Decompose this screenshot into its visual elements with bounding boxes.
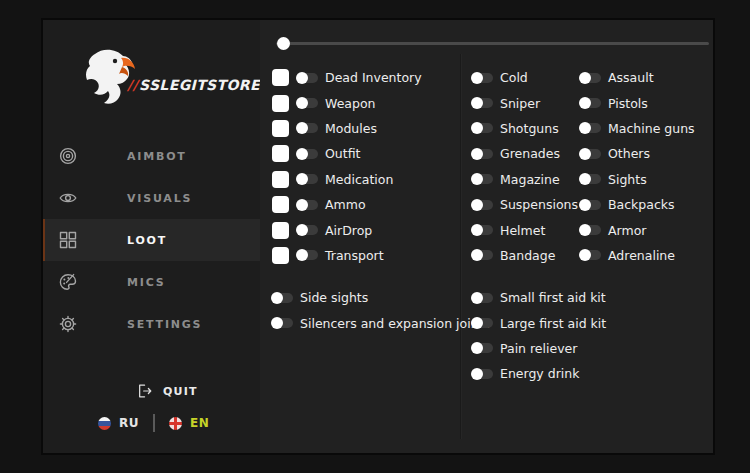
loot-filter-row: Sights: [580, 167, 695, 192]
toggle-switch[interactable]: [472, 225, 493, 235]
crosshair-target-icon: [59, 147, 77, 165]
loot-filter-row: Adrenaline: [580, 243, 695, 268]
toggle-knob: [296, 173, 308, 185]
loot-filter-list-right: Assault Pistols Machine guns Oth: [580, 65, 695, 268]
language-switcher: RU EN: [98, 414, 209, 432]
language-en-label: EN: [190, 416, 209, 430]
toggle-knob: [296, 148, 308, 160]
toggle-switch[interactable]: [472, 149, 493, 159]
toggle-switch[interactable]: [272, 318, 293, 328]
loot-category-row: Outfit: [272, 141, 422, 166]
loot-filter-row: Bandage: [472, 243, 578, 268]
row-label: Pistols: [608, 96, 648, 111]
loot-filter-row: Sniper: [472, 90, 578, 115]
checkbox[interactable]: [272, 145, 289, 162]
checkbox[interactable]: [272, 222, 289, 239]
palette-icon: [59, 273, 77, 291]
row-label: Backpacks: [608, 197, 675, 212]
toggle-switch[interactable]: [580, 149, 601, 159]
sidebar-item-visuals[interactable]: VISUALS: [43, 177, 260, 219]
row-label: Modules: [325, 121, 377, 136]
toggle-switch[interactable]: [580, 225, 601, 235]
toggle-knob: [271, 317, 283, 329]
loot-category-row: Medication: [272, 167, 422, 192]
sidebar-item-loot[interactable]: LOOT: [43, 219, 260, 261]
toggle-switch[interactable]: [580, 250, 601, 260]
toggle-switch[interactable]: [472, 318, 493, 328]
toggle-knob: [579, 72, 591, 84]
slider[interactable]: [276, 37, 709, 50]
loot-filter-list-mid: Cold Sniper Shotguns Grenades: [472, 65, 578, 268]
loot-filter-row: Silencers and expansion joints: [272, 310, 490, 335]
toggle-switch[interactable]: [472, 174, 493, 184]
sidebar-item-settings[interactable]: SETTINGS: [43, 303, 260, 345]
toggle-switch[interactable]: [297, 250, 318, 260]
sidebar-menu: AIMBOT VISUALS LOOT: [43, 135, 260, 345]
row-label: Small first aid kit: [500, 290, 606, 305]
checkbox[interactable]: [272, 69, 289, 86]
loot-filter-row: Grenades: [472, 141, 578, 166]
toggle-knob: [296, 97, 308, 109]
row-label: Suspensions: [500, 197, 578, 212]
toggle-switch[interactable]: [472, 73, 493, 83]
loot-filter-row: Assault: [580, 65, 695, 90]
checkbox[interactable]: [272, 95, 289, 112]
toggle-switch[interactable]: [472, 343, 493, 353]
toggle-knob: [579, 249, 591, 261]
toggle-switch[interactable]: [297, 149, 318, 159]
loot-filter-row: Pistols: [580, 90, 695, 115]
row-label: Pain reliever: [500, 341, 577, 356]
toggle-switch[interactable]: [472, 123, 493, 133]
toggle-switch[interactable]: [472, 369, 493, 379]
row-label: Outfit: [325, 146, 360, 161]
toggle-knob: [471, 249, 483, 261]
loot-filter-row: Side sights: [272, 285, 490, 310]
toggle-switch[interactable]: [297, 174, 318, 184]
eye-icon: [59, 189, 77, 207]
toggle-knob: [471, 97, 483, 109]
checkbox[interactable]: [272, 247, 289, 264]
toggle-knob: [296, 224, 308, 236]
toggle-switch[interactable]: [580, 123, 601, 133]
row-label: Sniper: [500, 96, 540, 111]
row-label: Side sights: [300, 290, 368, 305]
sidebar-item-label: AIMBOT: [127, 150, 187, 163]
toggle-switch[interactable]: [472, 293, 493, 303]
loot-filter-row: Shotguns: [472, 116, 578, 141]
row-label: Helmet: [500, 223, 545, 238]
row-label: Weapon: [325, 96, 375, 111]
brand-name: SSLEGITSTORE: [139, 77, 260, 93]
toggle-switch[interactable]: [580, 98, 601, 108]
toggle-switch[interactable]: [297, 225, 318, 235]
slider-track[interactable]: [276, 42, 709, 45]
checkbox[interactable]: [272, 120, 289, 137]
language-en-button[interactable]: EN: [169, 416, 209, 430]
toggle-switch[interactable]: [472, 250, 493, 260]
loot-category-row: Dead Inventory: [272, 65, 422, 90]
row-label: Others: [608, 146, 650, 161]
checkbox[interactable]: [272, 171, 289, 188]
checkbox[interactable]: [272, 196, 289, 213]
toggle-knob: [471, 342, 483, 354]
toggle-switch[interactable]: [297, 73, 318, 83]
toggle-switch[interactable]: [580, 73, 601, 83]
row-label: Adrenaline: [608, 248, 675, 263]
toggle-knob: [471, 292, 483, 304]
toggle-knob: [579, 97, 591, 109]
sidebar-item-mics[interactable]: MICS: [43, 261, 260, 303]
toggle-switch[interactable]: [297, 200, 318, 210]
toggle-switch[interactable]: [472, 200, 493, 210]
row-label: Cold: [500, 70, 528, 85]
toggle-switch[interactable]: [580, 174, 601, 184]
toggle-switch[interactable]: [297, 98, 318, 108]
toggle-switch[interactable]: [272, 293, 293, 303]
russia-flag-icon: [98, 417, 111, 430]
quit-button[interactable]: QUIT: [137, 383, 198, 399]
slider-knob[interactable]: [277, 37, 290, 50]
sidebar-item-aimbot[interactable]: AIMBOT: [43, 135, 260, 177]
language-ru-button[interactable]: RU: [98, 416, 139, 430]
toggle-switch[interactable]: [580, 200, 601, 210]
toggle-switch[interactable]: [472, 98, 493, 108]
loot-category-row: Weapon: [272, 90, 422, 115]
toggle-switch[interactable]: [297, 123, 318, 133]
